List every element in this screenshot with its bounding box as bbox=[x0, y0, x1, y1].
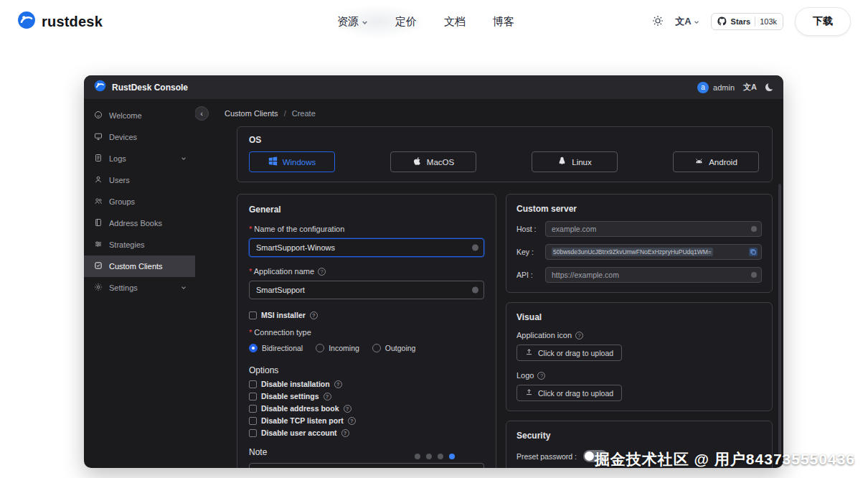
checkbox-icon bbox=[249, 311, 257, 319]
form-columns: General Name of the configuration Applic… bbox=[237, 194, 773, 467]
msi-installer-checkbox[interactable]: MSI installer bbox=[249, 311, 484, 319]
help-icon[interactable] bbox=[318, 268, 326, 276]
nav-item-resources[interactable]: 资源 bbox=[337, 15, 368, 29]
copy-icon[interactable] bbox=[749, 248, 758, 256]
help-icon[interactable] bbox=[334, 380, 342, 388]
os-section: OS Windows MacOS Linux bbox=[237, 126, 773, 182]
note-textarea[interactable] bbox=[249, 463, 484, 468]
breadcrumb-current: Create bbox=[292, 109, 316, 118]
sidebar-item-welcome[interactable]: Welcome bbox=[84, 105, 195, 126]
api-label: API : bbox=[516, 271, 539, 279]
windows-icon bbox=[268, 156, 278, 167]
os-option-windows[interactable]: Windows bbox=[249, 151, 335, 172]
help-icon[interactable] bbox=[324, 393, 331, 400]
smiley-icon bbox=[94, 111, 103, 121]
general-title: General bbox=[249, 205, 484, 215]
clear-field-icon[interactable] bbox=[751, 226, 757, 232]
brand-name: rustdesk bbox=[42, 14, 103, 30]
sun-icon bbox=[652, 15, 664, 29]
os-option-linux[interactable]: Linux bbox=[532, 151, 618, 172]
nav-item-blog[interactable]: 博客 bbox=[493, 15, 514, 29]
clear-field-icon[interactable] bbox=[472, 287, 478, 294]
carousel-dot-1[interactable] bbox=[415, 454, 420, 459]
sidebar-item-groups[interactable]: Groups bbox=[84, 191, 195, 212]
logo-label: Logo bbox=[516, 371, 762, 380]
carousel-dot-4[interactable] bbox=[449, 454, 455, 459]
radio-icon bbox=[372, 344, 381, 352]
radio-bidirectional[interactable]: Bidirectional bbox=[249, 344, 303, 352]
carousel-dot-2[interactable] bbox=[426, 454, 432, 459]
users-group-icon bbox=[94, 197, 103, 207]
chevron-down-icon bbox=[181, 283, 187, 292]
key-row: Key : 50bwsde3unUcJBtrx9ZkvUmwFNoExHzpry… bbox=[516, 244, 762, 260]
username: admin bbox=[713, 83, 735, 92]
main-nav: 资源 定价 文档 博客 bbox=[337, 0, 514, 43]
check-square-icon bbox=[94, 261, 103, 271]
api-input[interactable]: https://example.com bbox=[545, 267, 762, 283]
nav-item-docs[interactable]: 文档 bbox=[444, 15, 466, 29]
sidebar-item-strategies[interactable]: Strategies bbox=[84, 234, 195, 256]
sidebar-item-devices[interactable]: Devices bbox=[84, 126, 195, 148]
help-icon[interactable] bbox=[537, 372, 545, 380]
application-icon-upload-button[interactable]: Click or drag to upload bbox=[516, 345, 622, 361]
breadcrumb-parent[interactable]: Custom Clients bbox=[225, 109, 278, 118]
book-icon bbox=[94, 218, 103, 228]
security-title: Security bbox=[516, 431, 762, 441]
sidebar-collapse-button[interactable] bbox=[195, 106, 209, 121]
language-selector[interactable]: 文A bbox=[675, 15, 699, 28]
sidebar-item-users[interactable]: Users bbox=[84, 169, 195, 191]
options-label: Options bbox=[249, 365, 484, 375]
radio-outgoing[interactable]: Outgoing bbox=[372, 344, 416, 352]
rustdesk-logo-icon bbox=[17, 11, 36, 32]
account-menu[interactable]: a admin bbox=[697, 82, 735, 93]
help-icon[interactable] bbox=[310, 311, 318, 319]
console-translate-icon[interactable]: 文A bbox=[743, 82, 757, 93]
translate-icon: 文A bbox=[675, 15, 691, 28]
github-stars-label: Stars bbox=[731, 17, 751, 26]
linux-icon bbox=[557, 156, 567, 167]
os-option-android[interactable]: Android bbox=[673, 151, 759, 172]
disable-settings-checkbox[interactable]: Disable settings bbox=[249, 392, 484, 400]
radio-icon bbox=[249, 344, 258, 352]
configuration-name-input[interactable] bbox=[249, 238, 484, 257]
clear-field-icon[interactable] bbox=[751, 272, 757, 278]
app-name-field-label: Application name bbox=[249, 267, 484, 276]
app-name-input-wrap bbox=[249, 281, 484, 299]
theme-toggle-button[interactable] bbox=[652, 15, 664, 29]
checkbox-icon bbox=[249, 380, 257, 388]
dark-mode-icon[interactable] bbox=[765, 83, 773, 91]
sidebar-item-custom-clients[interactable]: Custom Clients bbox=[84, 256, 195, 277]
radio-incoming[interactable]: Incoming bbox=[316, 344, 359, 352]
github-stars-badge[interactable]: Stars 103k bbox=[711, 13, 783, 30]
disable-tcp-listen-port-checkbox[interactable]: Disable TCP listen port bbox=[249, 416, 484, 425]
chevron-down-icon bbox=[694, 17, 699, 27]
help-icon[interactable] bbox=[575, 332, 583, 339]
sidebar-item-settings[interactable]: Settings bbox=[84, 277, 195, 299]
application-name-input[interactable] bbox=[249, 281, 484, 299]
upload-icon bbox=[525, 348, 533, 357]
disable-installation-checkbox[interactable]: Disable installation bbox=[249, 380, 484, 388]
download-button[interactable]: 下载 bbox=[795, 7, 851, 36]
sidebar-item-logs[interactable]: Logs bbox=[84, 148, 195, 169]
help-icon[interactable] bbox=[341, 429, 349, 437]
sidebar-item-address-books[interactable]: Address Books bbox=[84, 212, 195, 234]
disable-user-account-checkbox[interactable]: Disable user account bbox=[249, 428, 484, 437]
console-body: Welcome Devices Logs Users Groups Ad bbox=[84, 99, 783, 468]
key-input[interactable]: 50bwsde3unUcJBtrx9ZkvUmwFNoExHzpryHuPUdq… bbox=[545, 244, 762, 260]
options-list: Disable installation Disable settings Di… bbox=[249, 380, 484, 437]
breadcrumb: Custom Clients / Create bbox=[225, 109, 783, 118]
carousel-dot-3[interactable] bbox=[438, 454, 443, 459]
logo-upload-button[interactable]: Click or drag to upload bbox=[516, 385, 622, 401]
os-option-macos[interactable]: MacOS bbox=[390, 151, 476, 172]
clear-field-icon[interactable] bbox=[472, 245, 478, 251]
content-scrollbar[interactable] bbox=[778, 184, 781, 458]
general-section: General Name of the configuration Applic… bbox=[237, 194, 496, 468]
help-icon[interactable] bbox=[344, 405, 352, 413]
disable-address-book-checkbox[interactable]: Disable address book bbox=[249, 404, 484, 413]
brand[interactable]: rustdesk bbox=[17, 11, 103, 32]
host-input[interactable]: example.com bbox=[545, 221, 762, 237]
help-icon[interactable] bbox=[348, 417, 356, 425]
name-input-wrap bbox=[249, 238, 484, 257]
nav-item-pricing[interactable]: 定价 bbox=[395, 15, 417, 29]
gear-icon bbox=[94, 283, 103, 293]
